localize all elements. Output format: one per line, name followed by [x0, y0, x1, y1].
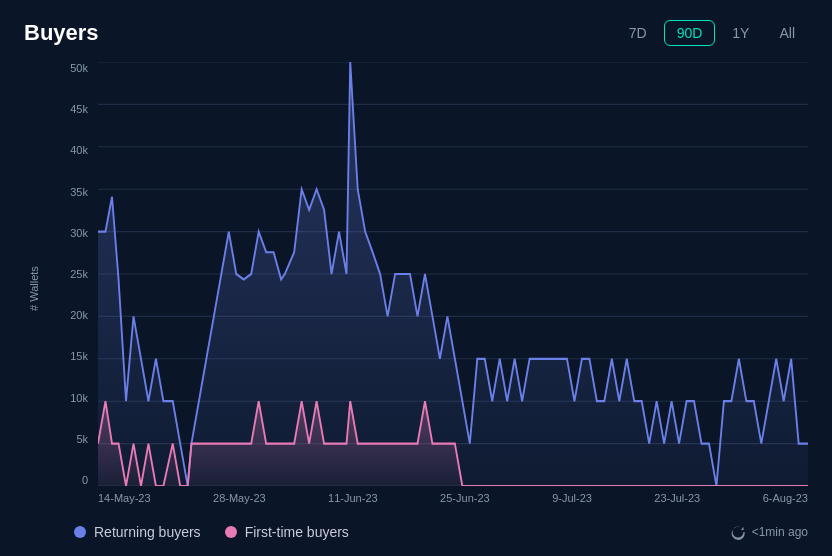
time-btn-all[interactable]: All [766, 20, 808, 46]
chart-header: Buyers 7D 90D 1Y All [24, 20, 808, 46]
x-axis: 14-May-23 28-May-23 11-Jun-23 25-Jun-23 … [98, 486, 808, 516]
chart-title: Buyers [24, 20, 99, 46]
y-axis: 50k 45k 40k 35k 30k 25k 20k 15k 10k 5k 0 [48, 62, 94, 486]
legend-firsttime: First-time buyers [225, 524, 349, 540]
time-controls: 7D 90D 1Y All [616, 20, 808, 46]
x-tick-may28: 28-May-23 [213, 492, 266, 504]
returning-label: Returning buyers [94, 524, 201, 540]
y-tick-50k: 50k [48, 62, 94, 74]
chart-svg [98, 62, 808, 486]
refresh-info: <1min ago [730, 524, 808, 540]
returning-dot [74, 526, 86, 538]
firsttime-label: First-time buyers [245, 524, 349, 540]
x-tick-jun11: 11-Jun-23 [328, 492, 378, 504]
x-tick-aug6: 6-Aug-23 [763, 492, 808, 504]
firsttime-dot [225, 526, 237, 538]
y-tick-5k: 5k [48, 433, 94, 445]
time-btn-90d[interactable]: 90D [664, 20, 716, 46]
y-tick-20k: 20k [48, 309, 94, 321]
refresh-text: <1min ago [752, 525, 808, 539]
chart-area: # Wallets 50k 45k 40k 35k 30k 25k 20k 15… [24, 62, 808, 516]
legend-returning: Returning buyers [74, 524, 201, 540]
legend: Returning buyers First-time buyers <1min… [24, 524, 808, 540]
chart-inner: 50k 45k 40k 35k 30k 25k 20k 15k 10k 5k 0 [48, 62, 808, 516]
x-tick-jul9: 9-Jul-23 [552, 492, 592, 504]
x-tick-may14: 14-May-23 [98, 492, 151, 504]
x-tick-jun25: 25-Jun-23 [440, 492, 490, 504]
y-tick-25k: 25k [48, 268, 94, 280]
y-tick-15k: 15k [48, 350, 94, 362]
y-tick-10k: 10k [48, 392, 94, 404]
y-tick-35k: 35k [48, 186, 94, 198]
time-btn-7d[interactable]: 7D [616, 20, 660, 46]
chart-plot [98, 62, 808, 486]
dashboard-container: Buyers 7D 90D 1Y All # Wallets 50k 45k 4… [0, 0, 832, 556]
y-tick-30k: 30k [48, 227, 94, 239]
y-tick-40k: 40k [48, 144, 94, 156]
y-tick-45k: 45k [48, 103, 94, 115]
y-tick-0: 0 [48, 474, 94, 486]
time-btn-1y[interactable]: 1Y [719, 20, 762, 46]
y-axis-label: # Wallets [24, 62, 44, 516]
legend-items: Returning buyers First-time buyers [74, 524, 349, 540]
refresh-icon [730, 524, 746, 540]
x-tick-jul23: 23-Jul-23 [654, 492, 700, 504]
